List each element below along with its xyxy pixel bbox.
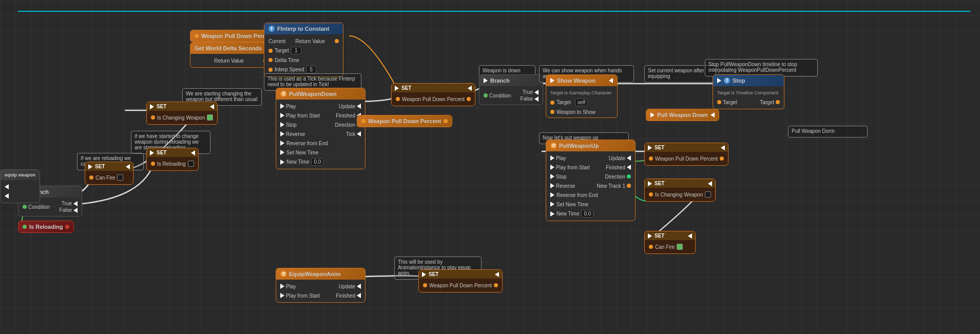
val-in[interactable] bbox=[649, 156, 653, 161]
out-val-pin[interactable] bbox=[444, 119, 448, 123]
play-in[interactable] bbox=[550, 155, 554, 161]
new-time-in[interactable] bbox=[550, 211, 554, 217]
checkbox[interactable] bbox=[188, 161, 194, 167]
node-label: PullWeaponDown bbox=[289, 91, 337, 97]
play-from-start-in[interactable] bbox=[550, 165, 554, 170]
exec-in[interactable] bbox=[422, 272, 426, 277]
set-weapon-pull-up-node: SET Weapon Pull Down Percent bbox=[644, 143, 728, 166]
node-label: Is Reloading bbox=[29, 224, 63, 230]
node-label: SET bbox=[157, 104, 166, 109]
target-in[interactable] bbox=[550, 101, 554, 105]
stop-in[interactable] bbox=[280, 122, 284, 127]
direction-out[interactable] bbox=[627, 174, 631, 179]
exec-in[interactable] bbox=[88, 164, 92, 169]
val-in[interactable] bbox=[649, 245, 653, 249]
output-pin[interactable] bbox=[195, 34, 199, 38]
val-in[interactable] bbox=[423, 283, 427, 287]
val-out[interactable] bbox=[720, 156, 724, 161]
finished-out[interactable] bbox=[357, 293, 361, 298]
play-from-start-in[interactable] bbox=[280, 113, 284, 118]
val-in[interactable] bbox=[396, 97, 400, 101]
timeline-icon: ⏱ bbox=[280, 271, 286, 277]
exec-in[interactable] bbox=[150, 104, 154, 109]
exec-out[interactable] bbox=[495, 272, 499, 277]
play-from-start-in[interactable] bbox=[280, 293, 284, 298]
update-out[interactable] bbox=[357, 284, 361, 289]
exec-in[interactable] bbox=[648, 145, 652, 150]
play-exec-in[interactable] bbox=[280, 104, 284, 109]
exec-out[interactable] bbox=[688, 233, 692, 239]
exec-in[interactable] bbox=[717, 78, 721, 83]
speed-pin[interactable] bbox=[268, 68, 273, 72]
set-weapon-pull-node: SET Weapon Pull Down Percent bbox=[391, 83, 475, 106]
false-out[interactable] bbox=[534, 96, 539, 102]
set-is-changing-bottom-node: SET Is Changing Weapon bbox=[644, 179, 716, 202]
update-exec-out[interactable] bbox=[357, 104, 361, 109]
reverse-from-end-in[interactable] bbox=[550, 192, 554, 198]
exec-out[interactable] bbox=[5, 184, 9, 189]
stop-timeline-comment: Stop PullWeaponDown timeline to stop int… bbox=[705, 59, 818, 76]
true-out[interactable] bbox=[73, 201, 78, 206]
new-track-out[interactable] bbox=[627, 184, 631, 188]
exec-out[interactable] bbox=[191, 150, 195, 155]
checkbox[interactable] bbox=[677, 244, 683, 250]
weapon-to-show-in[interactable] bbox=[550, 110, 554, 114]
play-in[interactable] bbox=[280, 284, 284, 289]
new-time-in[interactable] bbox=[280, 160, 284, 165]
out-pin[interactable] bbox=[361, 119, 366, 123]
val-out[interactable] bbox=[494, 283, 498, 287]
val-in[interactable] bbox=[89, 175, 93, 180]
target-in[interactable] bbox=[717, 100, 721, 104]
condition-in[interactable] bbox=[23, 205, 27, 209]
exec-out[interactable] bbox=[721, 145, 725, 150]
exec-out[interactable] bbox=[710, 112, 715, 117]
exec-out[interactable] bbox=[609, 78, 613, 83]
exec-in[interactable] bbox=[648, 181, 652, 186]
delta-pin[interactable] bbox=[268, 58, 273, 62]
set-is-reloading-node: SET Is Reloading bbox=[146, 148, 199, 171]
stop-in[interactable] bbox=[550, 174, 554, 179]
exec-in[interactable] bbox=[484, 78, 488, 83]
node-label: Show Weapon bbox=[557, 77, 595, 84]
set-new-time-in[interactable] bbox=[550, 202, 554, 207]
val-out[interactable] bbox=[65, 225, 69, 229]
out-pin[interactable] bbox=[23, 225, 27, 229]
val-out[interactable] bbox=[467, 97, 471, 101]
branch-main-node: Branch Condition True False bbox=[479, 74, 543, 105]
exec-out2[interactable] bbox=[5, 193, 9, 199]
reverse-in[interactable] bbox=[550, 183, 554, 188]
true-out[interactable] bbox=[534, 90, 539, 95]
finterp-to-constant-node: f FInterp to Constant Current Return Val… bbox=[264, 23, 343, 77]
target-input-pin[interactable] bbox=[268, 49, 273, 53]
exec-out[interactable] bbox=[468, 86, 472, 91]
pull-weapon-down-node: ⏱ PullWeaponDown Play Update Play from S… bbox=[276, 88, 366, 169]
exec-in[interactable] bbox=[150, 150, 154, 155]
reverse-from-end-in[interactable] bbox=[280, 141, 284, 146]
checkbox[interactable] bbox=[207, 114, 213, 121]
target-out[interactable] bbox=[776, 100, 780, 104]
exec-in[interactable] bbox=[395, 86, 399, 91]
exec-out[interactable] bbox=[126, 164, 130, 169]
checkbox[interactable] bbox=[117, 174, 123, 181]
return-pin[interactable] bbox=[335, 39, 339, 43]
reverse-in[interactable] bbox=[280, 131, 284, 136]
pull-weapon-down-btn-node: Pull Weapon Down bbox=[646, 109, 719, 121]
exec-out[interactable] bbox=[708, 181, 712, 186]
update-out[interactable] bbox=[627, 155, 631, 161]
val-in[interactable] bbox=[151, 115, 155, 120]
set-new-time-in[interactable] bbox=[280, 150, 284, 155]
condition-in[interactable] bbox=[484, 93, 488, 97]
exec-in[interactable] bbox=[650, 112, 655, 117]
tick-out[interactable] bbox=[357, 131, 361, 136]
node-label: FInterp to Constant bbox=[277, 26, 329, 32]
exec-out[interactable] bbox=[210, 104, 214, 109]
finished-out[interactable] bbox=[627, 165, 631, 170]
val-in[interactable] bbox=[151, 162, 155, 166]
exec-in[interactable] bbox=[648, 233, 652, 239]
node-label: SET bbox=[95, 164, 105, 169]
node-label: Pull Weapon Down bbox=[657, 112, 708, 118]
false-out[interactable] bbox=[73, 208, 78, 213]
checkbox[interactable] bbox=[705, 191, 711, 198]
val-in[interactable] bbox=[649, 192, 653, 197]
exec-in[interactable] bbox=[550, 78, 554, 83]
